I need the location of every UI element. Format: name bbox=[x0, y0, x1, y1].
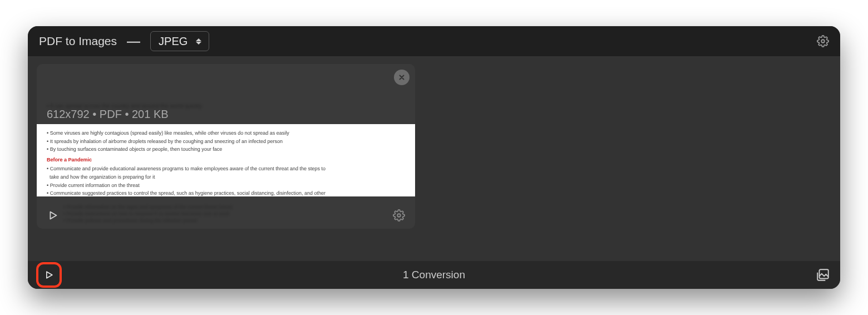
svg-point-1 bbox=[397, 214, 401, 217]
statusbar: 1 Conversion bbox=[28, 261, 840, 289]
conversion-count: 1 Conversion bbox=[403, 269, 465, 281]
file-convert-button[interactable] bbox=[47, 209, 59, 222]
gear-icon bbox=[393, 209, 405, 222]
remove-file-button[interactable] bbox=[394, 70, 410, 85]
settings-gear-icon[interactable] bbox=[817, 35, 829, 47]
app-window: PDF to Images — JPEG • It can spread acr… bbox=[28, 26, 840, 289]
titlebar: PDF to Images — JPEG bbox=[28, 26, 840, 56]
content-area: • It can spread across the country and a… bbox=[28, 56, 840, 261]
output-images-button[interactable] bbox=[816, 268, 830, 282]
play-icon bbox=[47, 209, 59, 222]
updown-caret-icon bbox=[194, 36, 203, 46]
app-title: PDF to Images bbox=[39, 35, 117, 48]
output-format-select[interactable]: JPEG bbox=[150, 31, 209, 51]
file-settings-button[interactable] bbox=[393, 209, 405, 222]
run-all-button[interactable] bbox=[38, 264, 60, 286]
title-separator: — bbox=[127, 33, 140, 49]
svg-point-0 bbox=[821, 40, 825, 43]
format-selected-label: JPEG bbox=[159, 35, 188, 48]
highlight-ring bbox=[36, 262, 62, 288]
images-icon bbox=[816, 268, 830, 282]
file-card[interactable]: • It can spread across the country and a… bbox=[37, 64, 415, 229]
close-icon bbox=[398, 73, 406, 81]
document-preview: • Some viruses are highly contagious (sp… bbox=[37, 124, 415, 196]
file-card-footer bbox=[37, 202, 415, 229]
file-card-header: • It can spread across the country and a… bbox=[37, 64, 415, 124]
file-info-line: 612x792 • PDF • 201 KB bbox=[47, 108, 169, 121]
